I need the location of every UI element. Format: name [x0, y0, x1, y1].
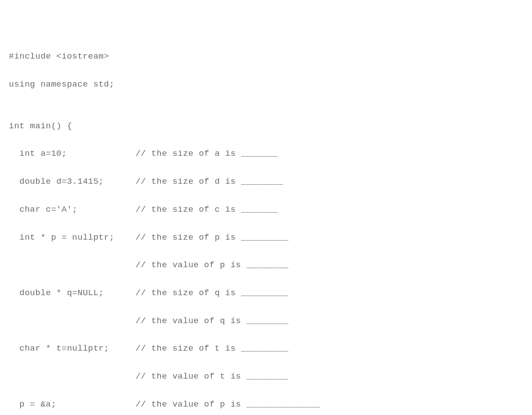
code-line: int a=10; // the size of a is _______: [9, 147, 523, 161]
code-line: double d=3.1415; // the size of d is ___…: [9, 175, 523, 189]
code-line: // the value of t is ________: [9, 370, 523, 383]
code-line: int * p = nullptr; // the size of p is _…: [9, 231, 523, 245]
code-line: // the value of p is ________: [9, 258, 523, 272]
code-line: p = &a; // the value of p is ___________…: [9, 398, 523, 411]
code-line: #include <iostream>: [9, 50, 523, 63]
code-line: int main() {: [9, 119, 523, 133]
code-line: using namespace std;: [9, 78, 523, 91]
code-line: char * t=nullptr; // the size of t is __…: [9, 342, 523, 356]
code-line: // the value of q is ________: [9, 314, 523, 328]
code-line: double * q=NULL; // the size of q is ___…: [9, 286, 523, 300]
code-line: char c='A'; // the size of c is _______: [9, 203, 523, 217]
